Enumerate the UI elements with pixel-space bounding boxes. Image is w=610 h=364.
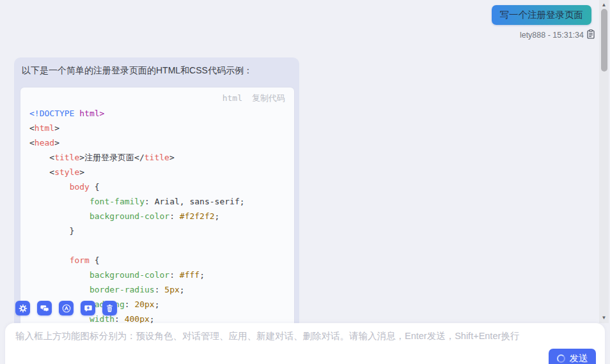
message-composer: 发送 <box>5 323 605 364</box>
code-line: <style> <box>29 165 285 179</box>
app-store-icon <box>62 304 71 313</box>
code-line: background-color: #f2f2f2; <box>29 209 285 224</box>
user-message-timestamp: lety888 - 15:31:34 <box>520 31 584 40</box>
clipboard-icon <box>587 29 595 41</box>
scrollbar-thumb[interactable] <box>601 9 607 72</box>
code-line: <html> <box>29 121 285 135</box>
message-input[interactable] <box>15 330 535 360</box>
apps-button[interactable] <box>59 301 74 315</box>
user-message-meta: lety888 - 15:31:34 <box>520 29 595 41</box>
code-line: background-color: #fff; <box>29 268 285 282</box>
chat-bubbles-icon <box>40 304 49 313</box>
gear-icon <box>19 304 27 313</box>
chat-app: { "colors": { "page_bg": "#eff0f6", "acc… <box>0 0 610 364</box>
code-line: border-radius: 5px; <box>29 282 285 297</box>
code-line: <title>注册登录页面</title> <box>29 150 285 165</box>
code-line: form { <box>29 253 285 268</box>
delete-conversation-button[interactable] <box>102 301 117 315</box>
chat-plus-icon <box>84 304 93 313</box>
user-message-row: 写一个注册登录页面 <box>492 5 592 25</box>
code-line: <!DOCTYPE html> <box>29 106 285 121</box>
code-line: } <box>29 224 285 238</box>
code-body: <!DOCTYPE html><html><head> <title>注册登录页… <box>29 106 285 326</box>
code-block: html 复制代码 <!DOCTYPE html><html><head> <t… <box>20 87 294 334</box>
code-line: body { <box>29 179 285 194</box>
user-message-bubble: 写一个注册登录页面 <box>492 5 592 25</box>
code-line: font-family: Arial, sans-serif; <box>29 194 285 209</box>
copy-code-button[interactable]: 复制代码 <box>252 93 285 104</box>
function-icon-toolbar <box>15 301 117 315</box>
copy-message-button[interactable] <box>587 29 595 41</box>
send-button-label: 发送 <box>570 353 588 364</box>
scroll-up-arrow-icon[interactable]: ▲ <box>599 1 609 10</box>
trash-icon <box>106 304 114 312</box>
send-button[interactable]: 发送 <box>549 349 596 364</box>
assistant-message-bubble: 以下是一个简单的注册登录页面的HTML和CSS代码示例： html 复制代码 <… <box>14 57 299 364</box>
preset-role-button[interactable] <box>15 301 30 315</box>
code-line: <head> <box>29 135 285 150</box>
loading-spinner-icon <box>557 354 565 363</box>
assistant-intro-text: 以下是一个简单的注册登录页面的HTML和CSS代码示例： <box>20 64 294 77</box>
code-line <box>29 238 285 253</box>
scroll-down-arrow-icon[interactable]: ▼ <box>599 314 609 322</box>
scrollbar[interactable]: ▲ ▼ <box>599 0 609 323</box>
new-conversation-button[interactable] <box>81 301 95 315</box>
code-block-header: html 复制代码 <box>29 93 285 104</box>
code-language-label: html <box>223 93 242 103</box>
conversation-manage-button[interactable] <box>37 301 52 315</box>
